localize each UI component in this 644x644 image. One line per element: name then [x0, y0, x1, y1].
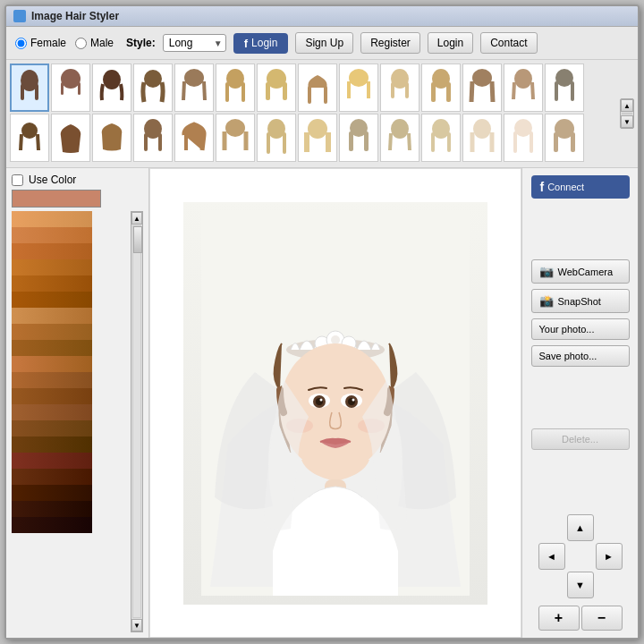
style-select[interactable]: Long Short Medium Curly Wavy [163, 34, 226, 52]
snapshot-button[interactable]: 📸 SnapShot [531, 289, 630, 313]
color-strip[interactable] [12, 372, 92, 388]
color-strip[interactable] [12, 485, 92, 501]
color-swatch[interactable] [12, 190, 101, 208]
hair-item[interactable] [421, 64, 461, 112]
color-strip[interactable] [12, 227, 92, 243]
svg-rect-47 [513, 131, 517, 153]
hair-item[interactable] [339, 64, 378, 112]
svg-rect-48 [530, 131, 533, 153]
color-strip[interactable] [12, 404, 92, 420]
hair-item[interactable] [504, 64, 543, 112]
hair-item[interactable] [545, 114, 584, 162]
your-photo-button[interactable]: Your photo... [531, 318, 630, 340]
hair-item[interactable] [380, 114, 419, 162]
hair-item[interactable] [339, 114, 378, 162]
color-strip[interactable] [12, 259, 92, 275]
color-strip[interactable] [12, 436, 92, 453]
top-bar: Female Male Style: Long Short Medium Cur… [6, 27, 638, 60]
color-strip[interactable] [12, 356, 92, 372]
nav-up-button[interactable]: ▲ [567, 514, 594, 541]
svg-point-45 [473, 119, 491, 139]
male-radio[interactable] [75, 38, 87, 49]
hair-item[interactable] [92, 64, 131, 112]
hair-item[interactable] [174, 64, 214, 112]
register-button[interactable]: Register [360, 32, 420, 54]
hair-item[interactable] [10, 64, 49, 112]
color-scroll-down[interactable]: ▼ [131, 619, 142, 631]
gallery-scrollbar[interactable]: ▲ ▼ [620, 98, 634, 129]
hair-item[interactable] [257, 64, 296, 112]
fb-connect-button[interactable]: f Connect [531, 175, 630, 199]
zoom-out-button[interactable]: − [581, 606, 623, 631]
nav-center [567, 543, 594, 570]
zoom-in-button[interactable]: + [538, 606, 580, 631]
svg-point-3 [61, 69, 80, 89]
hair-item[interactable] [545, 64, 584, 112]
login-button[interactable]: Login [428, 32, 473, 54]
contact-button[interactable]: Contact [480, 32, 537, 54]
save-photo-button[interactable]: Save photo... [531, 345, 630, 367]
your-photo-label: Your photo... [539, 324, 595, 335]
color-strip[interactable] [12, 420, 92, 436]
hair-item[interactable] [133, 114, 173, 162]
fb-connect-icon: f [540, 180, 545, 194]
color-strip[interactable] [12, 453, 92, 469]
center-panel [149, 168, 521, 638]
svg-point-8 [184, 69, 204, 87]
color-strip[interactable] [12, 517, 92, 533]
svg-point-66 [352, 398, 355, 401]
scroll-up-btn[interactable]: ▲ [621, 99, 633, 112]
hair-item[interactable] [216, 114, 255, 162]
hair-item[interactable] [51, 64, 90, 112]
hair-item[interactable] [462, 64, 502, 112]
hair-item[interactable] [504, 114, 543, 162]
color-strip[interactable] [12, 469, 92, 485]
svg-point-25 [514, 69, 532, 89]
svg-rect-16 [324, 86, 327, 104]
hair-item[interactable] [174, 114, 214, 162]
color-strip[interactable] [12, 275, 92, 292]
style-select-wrapper: Long Short Medium Curly Wavy ▼ [163, 34, 226, 52]
use-color-checkbox[interactable] [12, 174, 23, 186]
hair-item[interactable] [257, 114, 296, 162]
hair-item[interactable] [92, 114, 131, 162]
nav-grid: ▲ ◄ ► ▼ [538, 514, 623, 598]
female-radio[interactable] [15, 38, 27, 49]
nav-down-button[interactable]: ▼ [567, 572, 594, 598]
color-strip[interactable] [12, 324, 92, 340]
scroll-thumb [133, 226, 142, 253]
signup-button[interactable]: Sign Up [295, 32, 353, 54]
scroll-down-btn[interactable]: ▼ [621, 115, 633, 128]
hair-item[interactable] [51, 114, 90, 162]
color-strip[interactable] [12, 340, 92, 356]
nav-left-button[interactable]: ◄ [538, 543, 565, 570]
color-strip[interactable] [12, 308, 92, 324]
hair-item[interactable] [421, 114, 461, 162]
color-strip[interactable] [12, 388, 92, 404]
hair-item[interactable] [462, 114, 502, 162]
hair-item[interactable] [216, 64, 255, 112]
delete-label: Delete... [562, 434, 598, 445]
hair-item[interactable] [298, 114, 337, 162]
color-strip[interactable] [12, 243, 92, 259]
color-scrollbar[interactable]: ▲ ▼ [131, 211, 143, 632]
fb-login-button[interactable]: f Login [233, 33, 289, 54]
hair-item[interactable] [133, 64, 173, 112]
svg-rect-15 [308, 86, 311, 104]
hair-item[interactable] [380, 64, 419, 112]
svg-rect-43 [431, 132, 435, 152]
main-area: Use Color [6, 168, 638, 638]
hair-item[interactable] [10, 114, 49, 162]
color-strip[interactable] [12, 501, 92, 517]
svg-rect-20 [405, 82, 409, 98]
color-scroll-up[interactable]: ▲ [131, 212, 142, 225]
radio-male[interactable]: Male [75, 37, 114, 49]
nav-right-button[interactable]: ► [596, 543, 623, 570]
color-strip[interactable] [12, 211, 92, 227]
right-panel: f Connect 📷 WebCamera 📸 SnapShot Your ph… [521, 168, 638, 638]
color-scroll-thumb [132, 225, 141, 618]
color-strip[interactable] [12, 292, 92, 308]
radio-female[interactable]: Female [15, 37, 66, 49]
webcamera-button[interactable]: 📷 WebCamera [531, 259, 630, 284]
hair-item[interactable] [298, 64, 337, 112]
